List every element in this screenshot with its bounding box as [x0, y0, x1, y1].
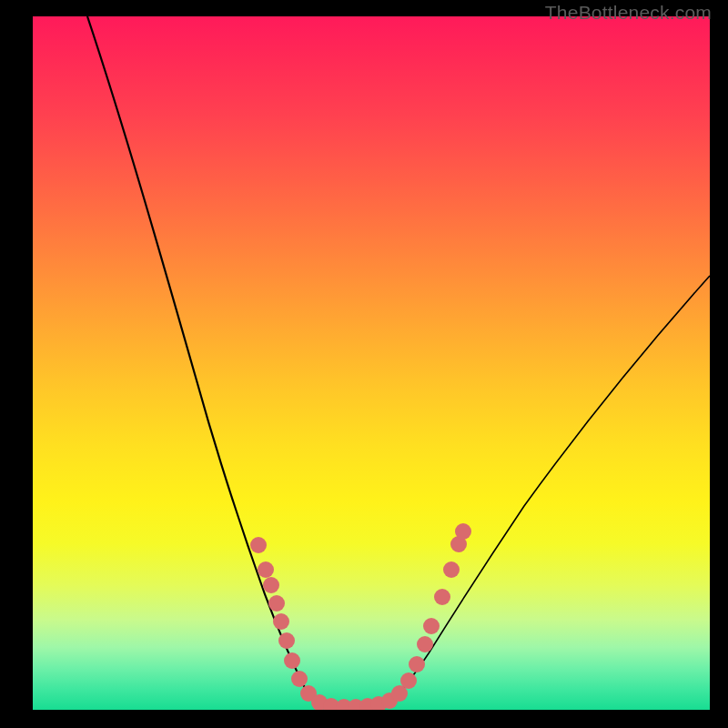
marker-dot	[273, 613, 289, 630]
marker-dot	[455, 523, 471, 540]
marker-dot	[409, 656, 425, 672]
plot-area	[33, 16, 710, 710]
marker-dot	[291, 671, 308, 687]
marker-dot	[443, 561, 460, 578]
marker-dot	[268, 595, 285, 612]
outer-frame: TheBottleneck.com	[0, 0, 728, 728]
curve-svg	[33, 16, 710, 710]
marker-dot	[263, 577, 279, 593]
marker-dot	[278, 632, 295, 649]
marker-dot	[258, 561, 274, 578]
marker-dot	[400, 672, 417, 689]
marker-dot	[434, 589, 450, 605]
curve-left	[87, 16, 320, 704]
curve-right	[386, 276, 710, 705]
marker-group	[250, 523, 471, 710]
watermark-text: TheBottleneck.com	[545, 2, 712, 24]
marker-dot	[417, 636, 433, 652]
marker-dot	[250, 537, 267, 553]
marker-dot	[284, 652, 300, 669]
marker-dot	[423, 618, 440, 634]
